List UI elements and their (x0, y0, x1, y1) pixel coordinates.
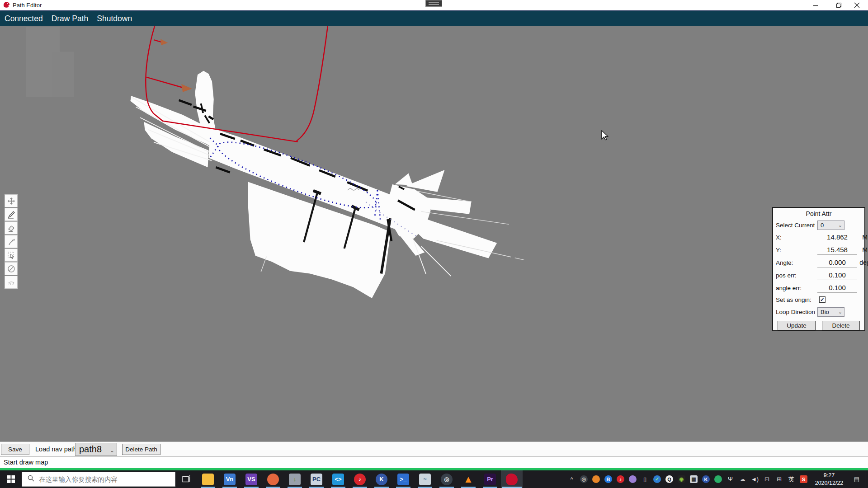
status-bar: Start draw map (0, 456, 868, 468)
eraser-tool[interactable] (5, 221, 18, 235)
angle-unit: deg (857, 259, 868, 266)
panel-title: Point Attr (776, 209, 862, 219)
clock-time: 9:27 (810, 472, 849, 479)
x-unit: M (857, 234, 868, 241)
map-canvas[interactable]: Point Attr Select Current 0 X: 14.862 M … (0, 26, 868, 441)
menu-connected[interactable]: Connected (5, 14, 52, 23)
tray-bluetooth[interactable]: B (602, 470, 614, 488)
app-visual-studio[interactable]: VS (241, 470, 262, 488)
tray-expand-chevron[interactable]: ^ (566, 470, 578, 488)
slam-map (0, 26, 868, 441)
close-button[interactable] (849, 0, 864, 10)
windows-taskbar: VnVS↓PC<>♪K>_~◎▲Pr ^◎B♪▯✓Q◉▦KΨ☁◄)⊡⊞英S 9:… (0, 470, 868, 488)
loop-direction-dropdown[interactable]: Bio (817, 307, 844, 317)
app-vnc-viewer[interactable]: Vn (219, 470, 241, 488)
tray-nvidia[interactable]: ◉ (675, 470, 688, 488)
tray-assistant[interactable] (627, 470, 639, 488)
delete-button[interactable]: Delete (822, 321, 860, 330)
pan-tool[interactable] (5, 194, 18, 207)
taskbar-search[interactable] (22, 472, 175, 487)
tray-microphone[interactable]: ▯ (639, 470, 651, 488)
app-firefox[interactable] (262, 470, 284, 488)
loop-direction-label: Loop Direction (776, 309, 817, 315)
app-vscode[interactable]: <> (327, 470, 349, 488)
app-vlc[interactable]: ▲ (458, 470, 479, 488)
search-icon (28, 475, 34, 483)
title-bar: Path Editor (0, 0, 868, 10)
restore-button[interactable] (831, 0, 846, 10)
update-button[interactable]: Update (778, 321, 816, 330)
tray-qq[interactable]: Q (663, 470, 675, 488)
angle-err-input[interactable]: 0.100 (817, 283, 857, 293)
pos-err-label: pos err: (776, 272, 817, 279)
tray-onedrive[interactable]: ☁ (736, 470, 749, 488)
curve-tool[interactable] (5, 235, 18, 248)
menu-shutdown[interactable]: Shutdown (97, 14, 141, 23)
set-origin-checkbox[interactable] (819, 296, 826, 303)
save-path-button[interactable]: Save Path (1, 444, 29, 455)
app-netease-music[interactable]: ♪ (349, 470, 371, 488)
tray-defender[interactable]: ✓ (651, 470, 663, 488)
taskbar-clock[interactable]: 9:27 2020/12/22 (810, 472, 849, 487)
app-obs-studio[interactable]: ◎ (436, 470, 458, 488)
tray-network[interactable]: ⊡ (761, 470, 773, 488)
pos-err-input[interactable]: 0.100 (817, 270, 857, 280)
app-system-monitor[interactable]: ~ (414, 470, 436, 488)
lash-tool[interactable] (5, 276, 18, 289)
mouse-cursor (601, 130, 609, 142)
delete-path-button[interactable]: Delete Path (122, 444, 160, 455)
app-premiere[interactable]: Pr (479, 470, 501, 488)
tray-ime-lang[interactable]: 英 (785, 470, 797, 488)
task-view-icon[interactable] (175, 470, 197, 488)
tray-wechat[interactable] (712, 470, 724, 488)
recorder-handle[interactable] (425, 0, 442, 7)
set-origin-label: Set as origin: (776, 296, 819, 303)
tool-palette (5, 194, 18, 289)
app-path-editor[interactable] (501, 470, 523, 488)
compass-tool[interactable] (5, 262, 18, 275)
y-label: Y: (776, 247, 817, 253)
app-unlocker[interactable]: ↓ (284, 470, 306, 488)
search-input[interactable] (39, 476, 165, 483)
pencil-tool[interactable] (5, 208, 18, 221)
tray-security[interactable] (590, 470, 602, 488)
path-direction-arrows (160, 39, 192, 92)
app-remote-desktop[interactable]: PC (306, 470, 327, 488)
start-button[interactable] (0, 470, 22, 488)
point-attr-panel: Point Attr Select Current 0 X: 14.862 M … (772, 207, 865, 331)
load-nav-path-label[interactable]: Load nav path (35, 446, 77, 453)
app-file-explorer[interactable] (197, 470, 219, 488)
menu-bar: Connected Draw Path Shutdown (0, 10, 868, 26)
select-current-label: Select Current (776, 222, 817, 229)
tray-obs[interactable]: ◎ (578, 470, 590, 488)
select-current-dropdown[interactable]: 0 (817, 221, 844, 230)
angle-err-label: angle err: (776, 285, 817, 291)
path-toolbar: Save Path Load nav path path8 Delete Pat… (0, 441, 868, 456)
path-select-dropdown[interactable]: path8 (75, 443, 117, 456)
app-powershell[interactable]: >_ (392, 470, 414, 488)
tray-usb[interactable]: Ψ (724, 470, 736, 488)
tray-sogou[interactable]: S (797, 470, 810, 488)
y-unit: M (857, 246, 868, 253)
window-title: Path Editor (13, 2, 42, 9)
select-tool[interactable] (5, 249, 18, 262)
menu-draw-path[interactable]: Draw Path (52, 14, 97, 23)
notification-center-icon[interactable]: ▤ (849, 470, 865, 488)
app-keepass[interactable]: K (371, 470, 392, 488)
angle-label: Angle: (776, 259, 817, 266)
show-desktop-button[interactable] (865, 470, 868, 488)
status-text: Start draw map (4, 459, 48, 466)
x-input[interactable]: 14.862 (817, 232, 857, 242)
minimize-button[interactable] (808, 0, 823, 10)
x-label: X: (776, 234, 817, 241)
tray-netease[interactable]: ♪ (614, 470, 627, 488)
angle-input[interactable]: 0.000 (817, 258, 857, 267)
tray-volume[interactable]: ◄) (749, 470, 761, 488)
tray-ime-settings[interactable]: ⊞ (773, 470, 785, 488)
tray-remote-grid[interactable]: ▦ (688, 470, 700, 488)
clock-date: 2020/12/22 (810, 479, 849, 487)
map-white-regions (130, 71, 497, 298)
system-tray: ^◎B♪▯✓Q◉▦KΨ☁◄)⊡⊞英S (566, 470, 810, 488)
tray-keepass[interactable]: K (700, 470, 712, 488)
y-input[interactable]: 15.458 (817, 245, 857, 255)
